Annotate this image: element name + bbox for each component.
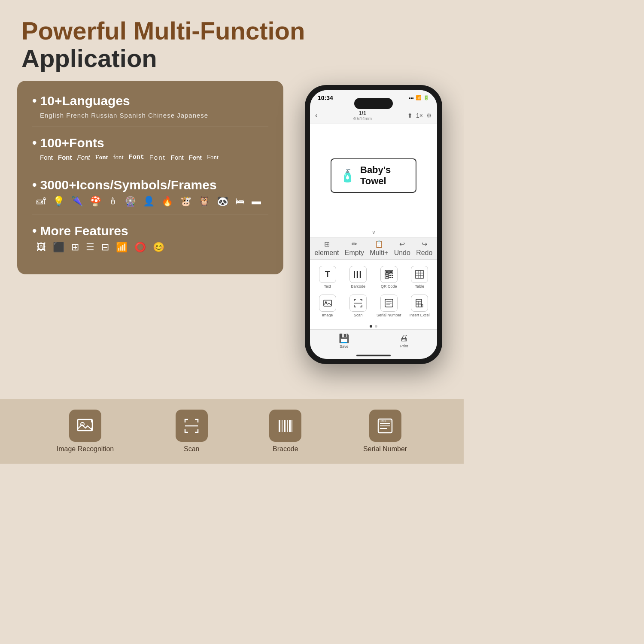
toolbar-multi[interactable]: 📋 Multi+ <box>370 240 388 257</box>
barcode-feature-svg <box>277 417 294 434</box>
phone-container: 10:34 ▪▪▪ 📶 🔋 ‹ 1/1 40x14mm <box>296 81 451 364</box>
feature-scan: Scan <box>176 410 208 453</box>
zoom-icon[interactable]: 1× <box>416 112 423 119</box>
home-bar <box>310 352 437 359</box>
func-table[interactable]: Table <box>405 263 435 291</box>
multi-icon: 📋 <box>375 240 383 248</box>
func-barcode[interactable]: Barcode <box>343 263 374 291</box>
bullet-3: • <box>32 178 37 192</box>
func-text[interactable]: T Text <box>313 263 343 291</box>
text-icon-box: T <box>319 266 336 283</box>
toolbar-redo[interactable]: ↪ Redo <box>416 240 432 257</box>
label-text: Baby's Towel <box>360 164 407 187</box>
size-indicator: 40x14mm <box>353 116 372 121</box>
func-serial[interactable]: Serial Number <box>374 292 404 320</box>
main-layout: • 10+Languages English French Russian Sp… <box>0 81 464 364</box>
divider-3 <box>32 215 268 215</box>
text-icon: T <box>325 269 330 279</box>
icon-owl: 🦉 <box>198 196 210 207</box>
func-image[interactable]: Image <box>313 292 343 320</box>
label-icon: 🧴 <box>340 169 355 183</box>
icon-cow: 🐮 <box>180 196 191 207</box>
svg-rect-37 <box>282 420 283 432</box>
barcode-icon-box <box>349 266 367 283</box>
image-label: Image <box>322 313 333 317</box>
app-bottom-bar: 💾 Save 🖨 Print <box>310 329 437 352</box>
icon-panda: 🐼 <box>217 196 228 207</box>
header: Powerful Multi-Function Application <box>0 0 464 81</box>
svg-rect-39 <box>287 420 288 432</box>
multi-label: Multi+ <box>370 249 388 257</box>
element-icon: ⊞ <box>324 240 330 248</box>
feature-image-recognition: Image Recognition <box>57 410 114 453</box>
font-sample-7: Font <box>149 154 166 161</box>
font-sample-10: Font <box>207 154 219 161</box>
settings-icon[interactable]: ⚙ <box>426 112 432 119</box>
page-indicator: 1/1 <box>353 110 372 116</box>
status-time: 10:34 <box>318 94 333 101</box>
table-icon-box <box>411 266 428 283</box>
toolbar-empty[interactable]: ✏ Empty <box>345 240 364 257</box>
font-sample-6: Font <box>129 154 144 161</box>
languages-section: • 10+Languages English French Russian Sp… <box>32 94 268 127</box>
toolbar-undo[interactable]: ↩ Undo <box>394 240 410 257</box>
font-sample-2: Font <box>58 154 72 161</box>
more-icon-circle: ⭕ <box>134 242 146 253</box>
func-scan[interactable]: Scan <box>343 292 374 320</box>
svg-rect-1 <box>356 271 356 278</box>
icons-section: • 3000+Icons/Symbols/Frames 🛋 💡 🌂 🍄 🕯 🎡 … <box>32 178 268 215</box>
svg-rect-12 <box>392 275 393 276</box>
text-label: Text <box>324 284 331 289</box>
qrcode-svg <box>384 270 394 279</box>
share-icon[interactable]: ⬆ <box>407 112 413 119</box>
bullet-4: • <box>32 224 37 238</box>
empty-label: Empty <box>345 249 364 257</box>
redo-label: Redo <box>416 249 432 257</box>
app-header: ‹ 1/1 40x14mm ⬆ 1× ⚙ <box>310 107 437 124</box>
left-panel: • 10+Languages English French Russian Sp… <box>17 81 283 274</box>
svg-rect-6 <box>386 271 388 273</box>
icon-fan: 🎡 <box>125 196 136 207</box>
barcode-label: Barcode <box>351 284 365 289</box>
toolbar-element[interactable]: ⊞ element <box>315 240 339 257</box>
icon-chart: 🕯 <box>108 196 118 207</box>
scan-label: Scan <box>184 445 199 453</box>
icon-sofa: 🛋 <box>36 196 46 207</box>
more-icons-row: 🖼 ⬛ ⊞ ☰ ⊟ 📶 ⭕ 😊 <box>32 242 268 253</box>
more-icon-qr: ⊞ <box>71 242 79 253</box>
save-button[interactable]: 💾 Save <box>339 333 349 349</box>
undo-label: Undo <box>394 249 410 257</box>
excel-svg <box>415 298 424 308</box>
dynamic-island <box>354 98 393 109</box>
phone-mockup: 10:34 ▪▪▪ 📶 🔋 ‹ 1/1 40x14mm <box>305 85 442 364</box>
more-features-section: • More Features 🖼 ⬛ ⊞ ☰ ⊟ 📶 ⭕ 😊 <box>32 224 268 253</box>
serial-feature-svg: IMEI <box>377 417 394 434</box>
more-icon-wifi: 📶 <box>116 242 128 253</box>
svg-rect-0 <box>354 271 355 278</box>
more-icon-list: ☰ <box>86 242 94 253</box>
svg-rect-14 <box>392 277 393 278</box>
table-label: Table <box>415 284 424 289</box>
print-button[interactable]: 🖨 Print <box>400 333 408 349</box>
font-sample-4: Font <box>95 154 108 161</box>
serial-feature-icon-box: IMEI <box>369 410 401 442</box>
image-recognition-svg <box>76 417 94 434</box>
back-button[interactable]: ‹ <box>315 112 317 119</box>
svg-rect-2 <box>357 271 358 278</box>
label-box: 🧴 Baby's Towel <box>331 158 416 193</box>
label-preview: 🧴 Baby's Towel <box>310 124 437 228</box>
header-icons: ⬆ 1× ⚙ <box>407 112 432 119</box>
func-excel[interactable]: Insert Excel <box>405 292 435 320</box>
chevron-area[interactable]: ∨ <box>310 228 437 237</box>
phone-screen: 10:34 ▪▪▪ 📶 🔋 ‹ 1/1 40x14mm <box>310 90 437 359</box>
func-qrcode[interactable]: QR Code <box>374 263 404 291</box>
svg-rect-13 <box>389 277 391 278</box>
icon-frame: ▬ <box>252 196 261 207</box>
font-sample-1: Font <box>40 154 53 161</box>
bullet-2: • <box>32 136 37 150</box>
home-bar-line <box>356 355 391 356</box>
icon-mushroom: 🍄 <box>90 196 101 207</box>
element-label: element <box>315 249 339 257</box>
font-sample-9: Font <box>189 154 202 161</box>
redo-icon: ↪ <box>422 240 427 248</box>
